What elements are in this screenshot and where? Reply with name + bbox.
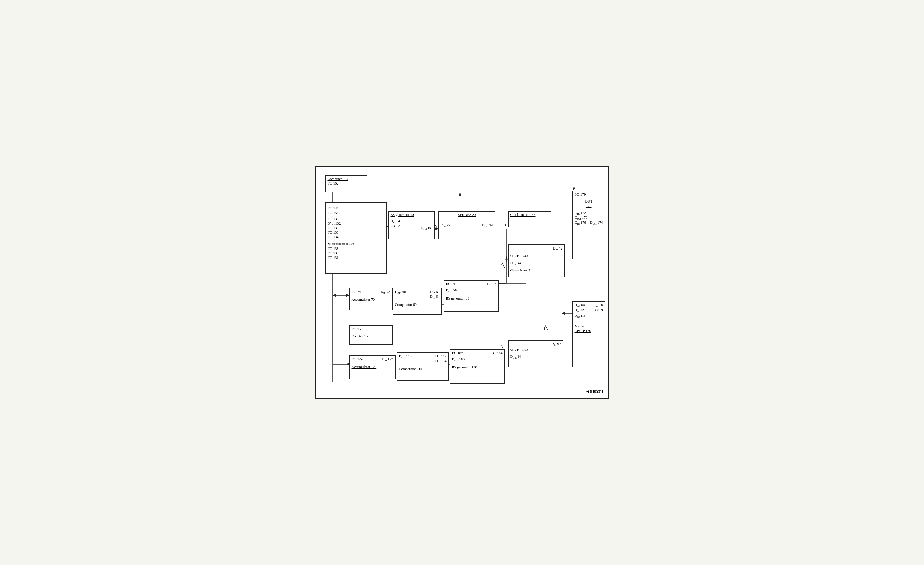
acc70-io: I/O 74 xyxy=(352,290,361,295)
svg-line-87 xyxy=(544,324,548,330)
mp-io137: I/O 137 xyxy=(328,251,384,255)
bs-gen-10-din: Din 14 xyxy=(391,219,432,224)
serdes-20-din: Din 22 xyxy=(441,223,450,228)
bs-gen-100-block: I/O 102 Din 104 Dout 106 BS generator 10… xyxy=(450,349,505,384)
counter-io: I/O 152 xyxy=(352,327,390,332)
bsgen50-io: I/O 52 xyxy=(446,282,455,287)
bsgen50-title: BS generator 50 xyxy=(446,296,496,301)
mp-io135: I/O 135 xyxy=(328,217,384,221)
master-din1: Din 186 xyxy=(593,303,603,307)
bsgen100-dout: Dout 106 xyxy=(452,357,502,362)
bs-gen-50-block: I/O 52 Din 54 Dout 56 BS generator 50 xyxy=(444,280,499,312)
accumulator-70-block: I/O 74 Din 72 Accumulator 70 xyxy=(349,288,393,310)
bert-label: ◀ BERT 1 xyxy=(586,389,603,394)
counter-title: Counter 150 xyxy=(352,334,390,338)
acc120-din: Din 122 xyxy=(382,357,393,362)
bsgen50-dout: Dout 56 xyxy=(446,288,457,293)
serdes-20-block: SERDES 20 Din 22 Dout 24 xyxy=(438,211,495,239)
diagram: n 1 n n 1 1 Computer 160 I/O 162 I/O 140… xyxy=(315,166,609,399)
svg-text:1: 1 xyxy=(543,326,545,331)
bsgen100-title: BS generator 100 xyxy=(452,365,502,370)
comp110-din2: Din 114 xyxy=(435,359,446,364)
master-title: MasterDevice 180 xyxy=(575,324,603,333)
microprocessor-label: Microprocessor 130 xyxy=(328,242,384,245)
dut-block: I/O 179 DUT170 Din 172 Dout 178 Din 176 … xyxy=(572,191,605,260)
svg-text:n: n xyxy=(500,343,502,347)
clock-title: Clock source 145 xyxy=(510,213,549,217)
serdes-90-block: Din 92 SERDES 90 Dout 94 xyxy=(508,340,563,367)
bsgen50-din: Din 54 xyxy=(487,282,496,287)
serdes-40-din: Din 42 xyxy=(553,246,562,251)
bs-gen-10-dout-label: Dout 16 xyxy=(421,226,431,230)
comp110-dout: Dout 116 xyxy=(399,354,411,364)
computer-title: Computer 160 xyxy=(328,177,365,181)
clock-block: Clock source 145 xyxy=(508,211,551,227)
mp-io138: I/O 138 xyxy=(328,246,384,251)
mp-io133: I/O 133 xyxy=(328,230,384,235)
svg-marker-52 xyxy=(333,294,336,297)
comp110-din1: Din 112 xyxy=(435,354,446,359)
svg-marker-74 xyxy=(459,194,461,197)
acc120-title: Accumulator 120 xyxy=(352,365,393,370)
svg-line-84 xyxy=(502,262,505,268)
svg-marker-26 xyxy=(505,257,508,260)
mp-dout132: Dᵒut 132 xyxy=(328,221,384,226)
comp60-din2: Din 64 xyxy=(430,295,440,299)
serdes-20-title: SERDES 20 xyxy=(441,213,493,217)
svg-line-83 xyxy=(435,225,438,231)
dut-din1: Din 172 xyxy=(575,210,603,215)
dut-title: DUT170 xyxy=(575,199,603,208)
svg-marker-20 xyxy=(435,228,438,230)
acc70-title: Accumulator 70 xyxy=(352,298,390,302)
comp60-title: Comparator 60 xyxy=(395,303,440,307)
bsgen100-io: I/O 102 xyxy=(452,351,463,356)
svg-marker-2 xyxy=(573,188,575,191)
master-din2: Din 182 xyxy=(575,308,584,313)
serdes-40-title: SERDES 40 xyxy=(510,254,562,258)
mp-io136: I/O 136 xyxy=(328,255,384,260)
comparator-60-block: Dout 66 Din 62 Din 64 Comparator 60 xyxy=(393,288,442,315)
svg-marker-53 xyxy=(346,294,349,297)
serdes-40-block: Din 42 SERDES 40 Dout 44 Circuit board 5 xyxy=(508,245,565,277)
master-dout2: Dout 188 xyxy=(575,314,603,318)
acc70-din: Din 72 xyxy=(381,290,390,295)
master-block: Dout 184 Din 186 Din 182 I/O 189 Dout 18… xyxy=(572,301,605,367)
svg-text:n: n xyxy=(500,262,502,266)
mp-io140: I/O 140 xyxy=(328,206,384,210)
computer-block: Computer 160 I/O 162 xyxy=(325,175,367,192)
bsgen100-din: Din 104 xyxy=(491,351,502,356)
dut-din2: Din 176 xyxy=(575,221,586,225)
comparator-110-block: Dout 116 Din 112 Din 114 Comparator 110 xyxy=(396,352,449,381)
svg-text:1: 1 xyxy=(504,223,507,227)
mp-io139: I/O 139 xyxy=(328,210,384,215)
serdes-20-dout: Dout 24 xyxy=(482,223,493,228)
serdes90-title: SERDES 90 xyxy=(510,348,561,353)
bs-gen-10-block: BS generator 10 Din 14 I/O 12 Dout 16 xyxy=(388,211,435,239)
accumulator-120-block: I/O 124 Din 122 Accumulator 120 xyxy=(349,355,396,379)
microprocessor-block: I/O 140 I/O 139 I/O 135 Dᵒut 132 I/O 131… xyxy=(325,202,387,274)
dut-dout2: Dout 174 xyxy=(590,221,603,225)
svg-marker-65 xyxy=(562,312,565,314)
dut-io: I/O 179 xyxy=(575,192,603,197)
comp60-dout: Dout 66 xyxy=(395,290,406,300)
acc120-io: I/O 124 xyxy=(352,357,363,362)
master-io: I/O 189 xyxy=(594,308,603,313)
circuit-board-label: Circuit board 5 xyxy=(510,268,562,272)
serdes-40-dout: Dout 44 xyxy=(510,261,562,266)
computer-io: I/O 162 xyxy=(328,181,365,186)
serdes90-dout: Dout 94 xyxy=(510,355,561,359)
mp-io134: I/O 134 xyxy=(328,235,384,239)
bs-gen-10-title: BS generator 10 xyxy=(391,213,432,217)
comp110-title: Comparator 110 xyxy=(399,367,447,371)
mp-io131: I/O 131 xyxy=(328,226,384,230)
dut-dout1: Dout 178 xyxy=(575,215,603,220)
master-dout1: Dout 184 xyxy=(575,303,585,307)
serdes90-din: Din 92 xyxy=(551,342,561,347)
counter-150-block: I/O 152 Counter 150 xyxy=(349,325,393,345)
comp60-din1: Din 62 xyxy=(430,290,440,295)
